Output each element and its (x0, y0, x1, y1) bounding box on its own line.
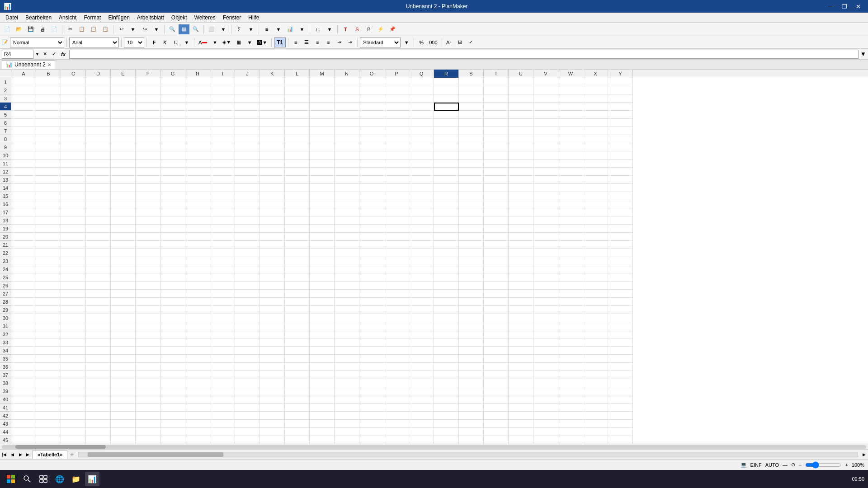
cell-27-1[interactable] (11, 290, 36, 298)
cell-15-9[interactable] (210, 192, 235, 200)
cell-5-4[interactable] (86, 111, 111, 119)
cell-6-16[interactable] (384, 119, 409, 127)
cell-32-14[interactable] (335, 330, 359, 338)
cell-31-12[interactable] (285, 322, 310, 330)
cell-44-25[interactable] (608, 428, 633, 436)
cell-22-8[interactable] (185, 249, 210, 257)
cell-25-17[interactable] (409, 273, 434, 282)
cell-25-22[interactable] (533, 273, 558, 282)
cell-1-11[interactable] (260, 78, 285, 86)
cell-20-2[interactable] (36, 233, 61, 241)
cell-18-24[interactable] (583, 216, 608, 225)
col-E[interactable]: E (111, 70, 136, 78)
row-num-31[interactable]: 31 (0, 322, 11, 330)
cell-12-16[interactable] (384, 168, 409, 176)
cell-32-6[interactable] (136, 330, 160, 338)
h-scroll-thumb[interactable] (15, 445, 106, 449)
cell-36-21[interactable] (509, 363, 533, 371)
col-T[interactable]: T (484, 70, 509, 78)
cell-36-13[interactable] (310, 363, 335, 371)
cell-34-7[interactable] (160, 347, 185, 355)
undo-dropdown[interactable]: ▼ (127, 24, 138, 34)
cell-42-23[interactable] (558, 412, 583, 420)
cell-17-14[interactable] (335, 208, 359, 216)
cell-8-15[interactable] (359, 135, 384, 143)
cell-24-9[interactable] (210, 265, 235, 273)
cell-38-12[interactable] (285, 379, 310, 387)
cell-28-24[interactable] (583, 298, 608, 306)
cell-27-8[interactable] (185, 290, 210, 298)
cell-38-21[interactable] (509, 379, 533, 387)
cell-5-24[interactable] (583, 111, 608, 119)
cell-8-20[interactable] (484, 135, 509, 143)
row-num-34[interactable]: 34 (0, 347, 11, 355)
align-right-button[interactable]: ≡ (312, 38, 322, 47)
taskbar-browser[interactable]: 🌐 (52, 472, 67, 486)
cell-18-4[interactable] (86, 216, 111, 225)
cell-21-1[interactable] (11, 241, 36, 249)
cell-8-5[interactable] (111, 135, 136, 143)
cell-26-3[interactable] (61, 282, 86, 290)
cell-1-2[interactable] (36, 78, 61, 86)
cell-1-17[interactable] (409, 78, 434, 86)
cell-30-10[interactable] (235, 314, 260, 322)
cell-41-5[interactable] (111, 404, 136, 412)
cell-22-7[interactable] (160, 249, 185, 257)
cell-8-12[interactable] (285, 135, 310, 143)
cell-32-16[interactable] (384, 330, 409, 338)
row-num-7[interactable]: 7 (0, 127, 11, 135)
cell-29-18[interactable] (434, 306, 459, 314)
cell-26-20[interactable] (484, 282, 509, 290)
cell-9-12[interactable] (285, 143, 310, 151)
cell-11-2[interactable] (36, 160, 61, 168)
cell-15-1[interactable] (11, 192, 36, 200)
cell-23-11[interactable] (260, 257, 285, 265)
row-num-12[interactable]: 12 (0, 168, 11, 176)
cell-4-23[interactable] (558, 103, 583, 111)
cell-4-7[interactable] (160, 103, 185, 111)
cell-40-7[interactable] (160, 395, 185, 404)
cell-32-24[interactable] (583, 330, 608, 338)
cell-19-10[interactable] (235, 225, 260, 233)
cell-11-13[interactable] (310, 160, 335, 168)
cell-28-8[interactable] (185, 298, 210, 306)
row-num-33[interactable]: 33 (0, 338, 11, 347)
cell-42-10[interactable] (235, 412, 260, 420)
cell-36-9[interactable] (210, 363, 235, 371)
cell-13-9[interactable] (210, 176, 235, 184)
cell-9-5[interactable] (111, 143, 136, 151)
cell-45-11[interactable] (260, 436, 285, 444)
cell-11-14[interactable] (335, 160, 359, 168)
cell-4-3[interactable] (61, 103, 86, 111)
cell-23-20[interactable] (484, 257, 509, 265)
cell-16-23[interactable] (558, 200, 583, 208)
cell-44-13[interactable] (310, 428, 335, 436)
cell-7-24[interactable] (583, 127, 608, 135)
cell-28-10[interactable] (235, 298, 260, 306)
cell-43-11[interactable] (260, 420, 285, 428)
cell-23-17[interactable] (409, 257, 434, 265)
cell-45-17[interactable] (409, 436, 434, 444)
cell-44-17[interactable] (409, 428, 434, 436)
cell-38-20[interactable] (484, 379, 509, 387)
cell-11-4[interactable] (86, 160, 111, 168)
cell-26-14[interactable] (335, 282, 359, 290)
cell-6-13[interactable] (310, 119, 335, 127)
cell-38-11[interactable] (260, 379, 285, 387)
cell-22-21[interactable] (509, 249, 533, 257)
cell-10-16[interactable] (384, 151, 409, 160)
cell-21-23[interactable] (558, 241, 583, 249)
cell-28-14[interactable] (335, 298, 359, 306)
cell-30-5[interactable] (111, 314, 136, 322)
cell-15-13[interactable] (310, 192, 335, 200)
cell-15-23[interactable] (558, 192, 583, 200)
cell-17-17[interactable] (409, 208, 434, 216)
cell-38-15[interactable] (359, 379, 384, 387)
cell-15-14[interactable] (335, 192, 359, 200)
cell-45-9[interactable] (210, 436, 235, 444)
cell-19-3[interactable] (61, 225, 86, 233)
cell-36-1[interactable] (11, 363, 36, 371)
cell-33-8[interactable] (185, 338, 210, 347)
cell-10-9[interactable] (210, 151, 235, 160)
cell-40-12[interactable] (285, 395, 310, 404)
